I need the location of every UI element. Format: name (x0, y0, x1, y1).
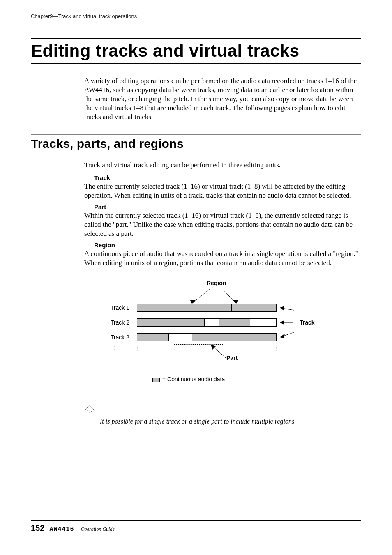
dotted-rule: · · · · · · · · · · · · · · · · · · · · … (98, 407, 359, 410)
heading-2: Tracks, parts, and regions (31, 134, 361, 153)
page-footer: 152 AW4416 — Operation Guide (31, 520, 361, 533)
svg-marker-9 (280, 334, 285, 338)
pencil-note-icon (84, 404, 95, 416)
svg-marker-11 (211, 345, 216, 350)
lead-paragraph: Track and virtual track editing can be p… (84, 161, 359, 170)
diagram-track-label: Track (300, 319, 315, 326)
note-text: It is possible for a single track or a s… (100, 418, 359, 425)
track-region-part-diagram: Region Track (84, 280, 360, 395)
heading-1: Editing tracks and virtual tracks (31, 38, 361, 64)
footer-suffix: — Operation Guide (74, 526, 114, 532)
intro-paragraph: A variety of editing operations can be p… (84, 76, 359, 122)
diagram-part-label: Part (226, 355, 238, 361)
diagram-legend: = Continuous audio data (162, 376, 225, 382)
svg-marker-7 (280, 320, 284, 325)
term-region-body: A continuous piece of audio that was rec… (84, 249, 359, 267)
svg-marker-3 (233, 300, 238, 304)
term-track-head: Track (94, 174, 359, 181)
diagram-track3-label: Track 3 (101, 334, 129, 341)
term-part-head: Part (94, 203, 359, 210)
term-track-body: The entire currently selected track (1–1… (84, 182, 359, 200)
term-part-body: Within the currently selected track (1–1… (84, 211, 359, 238)
svg-line-12 (88, 408, 91, 411)
svg-line-0 (192, 289, 210, 304)
diagram-track1-label: Track 1 (101, 304, 129, 311)
diagram-track2-label: Track 2 (101, 319, 129, 326)
running-head: Chapter9—Track and virtual track operati… (31, 13, 361, 21)
page-number: 152 (31, 523, 44, 533)
footer-model: AW4416 (49, 526, 74, 533)
term-region-head: Region (94, 242, 359, 249)
svg-marker-5 (280, 306, 284, 311)
